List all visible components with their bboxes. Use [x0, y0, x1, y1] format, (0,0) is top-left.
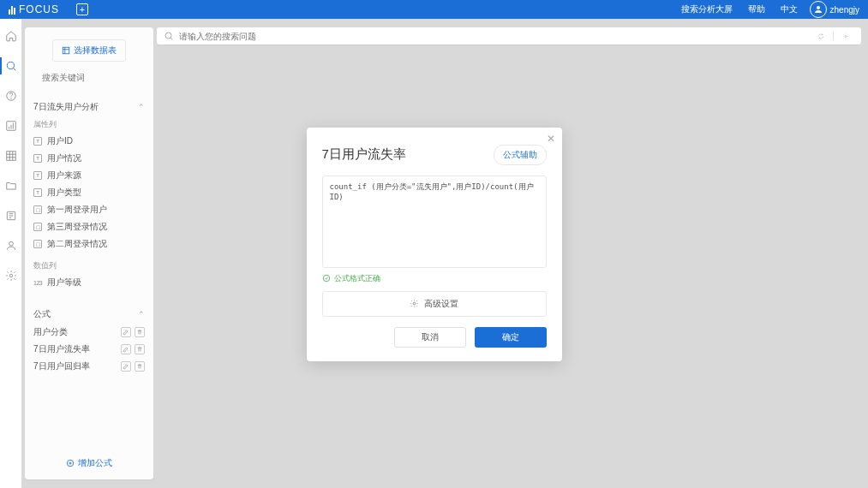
- modal-title: 7日用户流失率: [322, 146, 406, 163]
- cancel-button[interactable]: 取消: [394, 327, 466, 348]
- formula-textarea[interactable]: count_if (用户分类="流失用户",用户ID)/count(用户ID): [322, 176, 547, 268]
- formula-modal: ✕ 7日用户流失率 公式辅助 count_if (用户分类="流失用户",用户I…: [307, 128, 562, 361]
- close-icon[interactable]: ✕: [547, 133, 555, 145]
- svg-point-15: [413, 302, 416, 305]
- gear-icon: [410, 299, 419, 308]
- svg-point-14: [323, 275, 330, 282]
- advanced-settings-button[interactable]: 高级设置: [322, 291, 547, 317]
- formula-help-button[interactable]: 公式辅助: [494, 145, 547, 165]
- ok-button[interactable]: 确定: [475, 327, 547, 348]
- check-circle-icon: [322, 274, 331, 283]
- advanced-label: 高级设置: [424, 298, 458, 310]
- formula-valid-label: 公式格式正确: [334, 273, 380, 284]
